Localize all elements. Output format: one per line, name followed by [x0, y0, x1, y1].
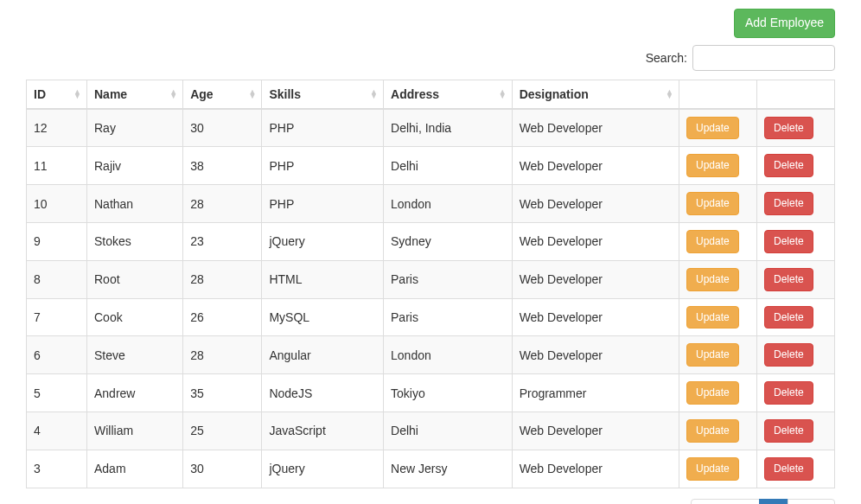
cell-id: 8 — [27, 260, 87, 298]
cell-name: Adam — [86, 450, 182, 488]
cell-address: Sydney — [384, 222, 513, 260]
sort-icon: ▲▼ — [370, 90, 378, 99]
table-row: 9Stokes23jQuerySydneyWeb DeveloperUpdate… — [27, 222, 835, 260]
cell-designation: Web Developer — [512, 450, 679, 488]
cell-skills: PHP — [262, 109, 384, 147]
cell-age: 28 — [183, 336, 262, 374]
pagination: Previous 1 Next — [692, 499, 835, 504]
delete-button[interactable]: Delete — [764, 154, 813, 177]
cell-skills: PHP — [262, 185, 384, 223]
sort-icon: ▲▼ — [169, 90, 177, 99]
cell-address: Delhi — [384, 147, 513, 185]
column-header-skills[interactable]: Skills▲▼ — [262, 80, 384, 109]
cell-name: Steve — [86, 336, 182, 374]
column-header-address[interactable]: Address▲▼ — [384, 80, 513, 109]
delete-button[interactable]: Delete — [764, 457, 813, 481]
cell-skills: Angular — [262, 336, 384, 374]
cell-skills: jQuery — [262, 450, 384, 488]
column-header-designation[interactable]: Designation▲▼ — [512, 80, 679, 109]
update-button[interactable]: Update — [686, 343, 739, 367]
cell-skills: PHP — [262, 147, 384, 185]
cell-designation: Web Developer — [512, 411, 679, 450]
cell-name: Nathan — [86, 185, 182, 223]
cell-age: 25 — [183, 411, 262, 450]
cell-name: Stokes — [86, 222, 182, 260]
delete-button[interactable]: Delete — [764, 117, 813, 140]
cell-age: 23 — [183, 222, 262, 260]
cell-skills: JavaScript — [262, 411, 384, 450]
add-employee-button[interactable]: Add Employee — [734, 9, 835, 38]
sort-icon: ▲▼ — [499, 90, 507, 99]
cell-skills: MySQL — [262, 298, 384, 336]
column-header-name[interactable]: Name▲▼ — [86, 80, 182, 109]
column-header-update — [679, 80, 757, 109]
cell-address: Delhi, India — [384, 109, 513, 147]
cell-id: 11 — [27, 147, 87, 185]
update-button[interactable]: Update — [686, 268, 739, 291]
cell-id: 9 — [27, 222, 87, 260]
previous-button[interactable]: Previous — [691, 499, 760, 504]
cell-name: William — [86, 411, 182, 450]
cell-id: 4 — [27, 411, 87, 450]
delete-button[interactable]: Delete — [764, 419, 813, 443]
table-row: 7Cook26MySQLParisWeb DeveloperUpdateDele… — [27, 298, 835, 336]
delete-button[interactable]: Delete — [764, 306, 813, 329]
sort-icon: ▲▼ — [73, 90, 81, 99]
delete-button[interactable]: Delete — [764, 268, 813, 291]
column-header-age[interactable]: Age▲▼ — [183, 80, 262, 109]
cell-designation: Web Developer — [512, 260, 679, 298]
cell-designation: Web Developer — [512, 147, 679, 185]
cell-designation: Web Developer — [512, 109, 679, 147]
cell-designation: Programmer — [512, 374, 679, 412]
cell-id: 6 — [27, 336, 87, 374]
table-row: 6Steve28AngularLondonWeb DeveloperUpdate… — [27, 336, 835, 374]
page-number-button[interactable]: 1 — [759, 499, 788, 504]
table-row: 5Andrew35NodeJSTokiyoProgrammerUpdateDel… — [27, 374, 835, 412]
delete-button[interactable]: Delete — [764, 230, 813, 253]
cell-id: 3 — [27, 450, 87, 488]
update-button[interactable]: Update — [686, 192, 739, 215]
table-row: 8Root28HTMLParisWeb DeveloperUpdateDelet… — [27, 260, 835, 298]
delete-button[interactable]: Delete — [764, 381, 813, 405]
cell-age: 38 — [183, 147, 262, 185]
table-row: 11Rajiv38PHPDelhiWeb DeveloperUpdateDele… — [27, 147, 835, 185]
cell-address: Paris — [384, 298, 513, 336]
cell-name: Andrew — [86, 374, 182, 412]
cell-age: 28 — [183, 185, 262, 223]
update-button[interactable]: Update — [686, 457, 739, 481]
table-row: 3Adam30jQueryNew JersyWeb DeveloperUpdat… — [27, 450, 835, 488]
table-row: 4William25JavaScriptDelhiWeb DeveloperUp… — [27, 411, 835, 450]
cell-name: Root — [86, 260, 182, 298]
cell-age: 26 — [183, 298, 262, 336]
next-button[interactable]: Next — [788, 499, 835, 504]
cell-skills: jQuery — [262, 222, 384, 260]
cell-address: Paris — [384, 260, 513, 298]
cell-age: 30 — [183, 109, 262, 147]
cell-id: 12 — [27, 109, 87, 147]
cell-name: Rajiv — [86, 147, 182, 185]
update-button[interactable]: Update — [686, 154, 739, 177]
update-button[interactable]: Update — [686, 230, 739, 253]
update-button[interactable]: Update — [686, 306, 739, 329]
update-button[interactable]: Update — [686, 419, 739, 443]
search-input[interactable] — [692, 45, 835, 71]
column-header-delete — [757, 80, 835, 109]
cell-address: London — [384, 336, 513, 374]
update-button[interactable]: Update — [686, 381, 739, 405]
cell-id: 10 — [27, 185, 87, 223]
cell-designation: Web Developer — [512, 298, 679, 336]
sort-icon: ▲▼ — [249, 90, 257, 99]
cell-name: Cook — [86, 298, 182, 336]
cell-age: 35 — [183, 374, 262, 412]
cell-skills: HTML — [262, 260, 384, 298]
column-header-id[interactable]: ID▲▼ — [27, 80, 87, 109]
delete-button[interactable]: Delete — [764, 192, 813, 215]
cell-name: Ray — [86, 109, 182, 147]
cell-address: Delhi — [384, 411, 513, 450]
table-row: 12Ray30PHPDelhi, IndiaWeb DeveloperUpdat… — [27, 109, 835, 147]
cell-designation: Web Developer — [512, 222, 679, 260]
cell-address: New Jersy — [384, 450, 513, 488]
update-button[interactable]: Update — [686, 117, 739, 140]
cell-age: 30 — [183, 450, 262, 488]
delete-button[interactable]: Delete — [764, 343, 813, 367]
